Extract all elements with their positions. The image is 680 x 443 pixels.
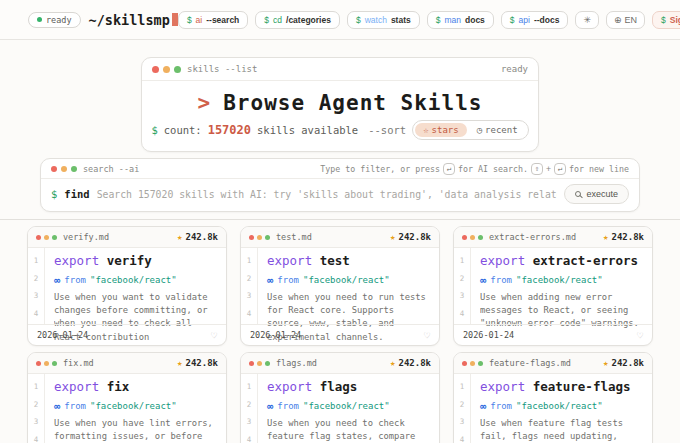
skill-name: extract-errors [533,253,638,268]
meta-infinity-icon: ∞ [267,400,273,412]
line-number-gutter: 1 2 3 4 [241,374,258,443]
skill-card-code: export test ∞ from "facebook/react" Use … [258,248,439,324]
skill-source-repo: "facebook/react" [516,401,603,411]
navbar-right: $ ai --search $ cd /categories $ watch s… [178,11,680,29]
sign-in-button[interactable]: $ Sign In →) [652,11,680,29]
star-count-badge: ★ 242.8k [177,232,218,242]
prompt-chevron-icon: > [198,91,212,115]
star-count-badge: ★ 242.8k [603,358,644,368]
skill-card[interactable]: extract-errors.md ★ 242.8k 1 2 3 4 expor… [453,226,653,346]
navbar: ready ~/skillsmp $ ai --search $ cd /cat… [0,0,680,40]
search-input[interactable] [97,189,558,200]
enter-key-icon: ↵ [554,163,566,175]
status-dot-icon [37,17,42,22]
export-keyword: export [480,379,525,394]
skill-card-footer: 2026-01-24 ♡ [241,324,439,345]
skill-card-code: export feature-flags ∞ from "facebook/re… [471,374,652,443]
star-count-badge: ★ 242.8k [390,358,431,368]
window-traffic-lights-icon [36,361,57,366]
hero-terminal-window: skills --list ready >Browse Agent Skills… [141,57,539,152]
language-button[interactable]: ⊕ EN [606,11,645,29]
star-icon: ★ [390,358,395,368]
skill-name: feature-flags [533,379,631,394]
skill-name: flags [320,379,358,394]
brand-title[interactable]: ~/skillsmp [89,12,178,28]
line-number-gutter: 1 2 3 4 [454,374,471,443]
sort-stars-option[interactable]: ☆ stars [415,123,467,137]
star-count-value: 242.8k [611,358,644,368]
skill-card-body: 1 2 3 4 export feature-flags ∞ from "fac… [454,374,652,443]
skill-filename: fix.md [63,358,171,368]
export-line: export extract-errors [480,253,644,268]
skill-card[interactable]: fix.md ★ 242.8k 1 2 3 4 export fix ∞ fro [27,352,227,443]
skill-card-header: extract-errors.md ★ 242.8k [454,227,652,248]
nav-stats-button[interactable]: $ watch stats [347,11,420,29]
skill-card-footer: 2026-01-24 ♡ [28,324,226,345]
enter-key-icon: ↵ [443,163,455,175]
skills-count-value: 157020 [208,123,251,137]
skill-card-code: export extract-errors ∞ from "facebook/r… [471,248,652,324]
skill-source-repo: "facebook/react" [303,401,390,411]
from-keyword: from [64,275,86,285]
export-keyword: export [54,379,99,394]
execute-button[interactable]: execute [564,184,629,204]
source-line: ∞ from "facebook/react" [267,400,431,412]
star-icon: ★ [390,232,395,242]
star-count-badge: ★ 242.8k [603,232,644,242]
export-line: export fix [54,379,218,394]
window-traffic-lights-icon [51,166,77,172]
star-icon: ★ [177,232,182,242]
heart-icon[interactable]: ♡ [211,330,217,341]
skill-source-repo: "facebook/react" [303,275,390,285]
skill-card-code: export fix ∞ from "facebook/react" Use w… [45,374,226,443]
skill-date: 2026-01-24 [37,330,88,340]
search-hint: Type to filter, or press ↵ for AI search… [320,163,629,175]
heart-icon[interactable]: ♡ [424,330,430,341]
export-line: export feature-flags [480,379,644,394]
export-line: export flags [267,379,431,394]
skill-description: Use when feature flag tests fail, flags … [480,417,644,443]
skill-date: 2026-01-24 [250,330,301,340]
sort-recent-option[interactable]: ◷ recent [469,123,526,137]
star-count-badge: ★ 242.8k [177,358,218,368]
export-keyword: export [54,253,99,268]
meta-infinity-icon: ∞ [54,274,60,286]
skill-card-body: 1 2 3 4 export test ∞ from "facebook/rea… [241,248,439,324]
skill-filename: extract-errors.md [489,232,597,242]
nav-categories-button[interactable]: $ cd /categories [255,11,340,29]
meta-infinity-icon: ∞ [480,400,486,412]
skill-card[interactable]: test.md ★ 242.8k 1 2 3 4 export test ∞ f [240,226,440,346]
skill-source-repo: "facebook/react" [90,401,177,411]
export-line: export verify [54,253,218,268]
star-outline-icon: ☆ [423,125,428,135]
window-traffic-lights-icon [36,235,57,240]
nav-docs-button[interactable]: $ man docs [427,11,494,29]
find-keyword: find [64,188,89,200]
nav-api-docs-button[interactable]: $ api --docs [501,11,569,29]
skill-card-body: 1 2 3 4 export verify ∞ from "facebook/r… [28,248,226,324]
skill-card[interactable]: verify.md ★ 242.8k 1 2 3 4 export verify… [27,226,227,346]
language-label: EN [625,15,638,25]
nav-ai-search-button[interactable]: $ ai --search [178,11,248,29]
line-number-gutter: 1 2 3 4 [28,248,45,324]
hero-window-title: skills --list [187,64,495,74]
heart-icon[interactable]: ♡ [637,330,643,341]
globe-icon: ⊕ [614,15,622,25]
skill-card[interactable]: flags.md ★ 242.8k 1 2 3 4 export flags ∞ [240,352,440,443]
skill-source-repo: "facebook/react" [516,275,603,285]
export-line: export test [267,253,431,268]
skill-card[interactable]: feature-flags.md ★ 242.8k 1 2 3 4 export… [453,352,653,443]
star-icon: ★ [603,232,608,242]
theme-toggle-button[interactable]: ✳ [575,11,599,29]
star-icon: ★ [177,358,182,368]
star-count-value: 242.8k [185,232,218,242]
star-icon: ★ [603,358,608,368]
search-input-row: $ find execute [41,179,639,211]
skill-filename: feature-flags.md [489,358,597,368]
from-keyword: from [277,275,299,285]
skills-grid: verify.md ★ 242.8k 1 2 3 4 export verify… [0,220,680,443]
source-line: ∞ from "facebook/react" [267,274,431,286]
line-number-gutter: 1 2 3 4 [241,248,258,324]
search-terminal-window: search --ai Type to filter, or press ↵ f… [40,158,640,212]
skills-count-line: $ count: 157020 skills available --sort … [142,120,538,151]
